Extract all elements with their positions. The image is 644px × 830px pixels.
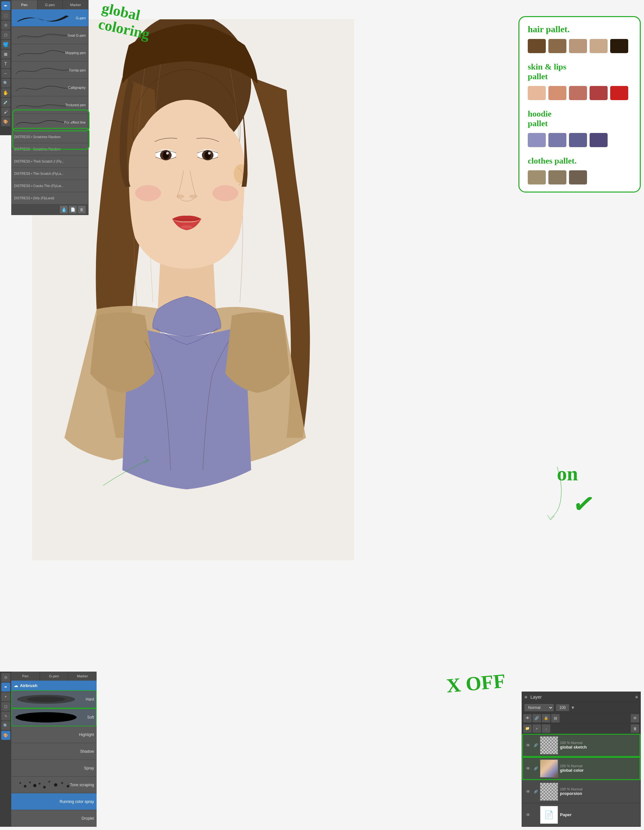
textured-stroke-preview: [14, 99, 72, 111]
layer-tool-new-folder[interactable]: 📁: [523, 724, 531, 733]
layer-info-proporsion: 100 % Normal proporsion: [560, 787, 638, 796]
hair-swatch-5: [610, 39, 628, 53]
pen-item-distress6-label: DISTRESS • Dirty (FlyLand): [14, 196, 54, 200]
airbrush-toolbar-icon-7[interactable]: 🎨: [1, 731, 10, 740]
layer-item-global-color[interactable]: 👁 🔗 100 % Normal global color: [522, 757, 641, 780]
svg-point-13: [176, 195, 184, 198]
airbrush-item-running-color-spray[interactable]: Running color spray: [11, 793, 97, 810]
airbrush-tab-gpen[interactable]: G-pen: [40, 672, 68, 681]
toolbar-icon-gradient[interactable]: ▦: [1, 49, 10, 59]
airbrush-category-header[interactable]: ☁ Airbrush: [11, 681, 97, 690]
layer-panel: ≡ Layer ≡ Normal ▾ 👁 🔗 🔒 ▤ ⚙ 📁 + ↓ 🗑 👁 🔗…: [522, 692, 641, 827]
pen-item-distress1[interactable]: DISTRESS • Scratches Random: [11, 131, 88, 143]
pen-item-realgpen[interactable]: Real G-pen: [11, 27, 88, 44]
layer-item-paper[interactable]: 👁 📄 Paper: [522, 803, 641, 827]
clothes-palette-swatches: [528, 170, 631, 184]
pen-item-distress5[interactable]: DISTRESS • Cracks Thin (FlyLar...: [11, 180, 88, 192]
toolbar-icon-brush[interactable]: 🖌: [1, 108, 10, 117]
airbrush-item-spray[interactable]: Spray: [11, 760, 97, 776]
svg-point-25: [39, 782, 41, 785]
toolbar-icon-text[interactable]: T: [1, 59, 10, 68]
layer-vis-global-sketch[interactable]: 👁: [525, 742, 531, 749]
toolbar-icon-transform[interactable]: ↔: [1, 69, 10, 78]
pen-item-mapping[interactable]: Mapping pen: [11, 44, 88, 62]
layer-opacity-input[interactable]: [556, 705, 569, 711]
pen-item-effectline-label: For effect line: [64, 120, 86, 124]
layer-tool-delete[interactable]: 🗑: [631, 724, 639, 733]
airbrush-panel: Pen G-pen Marker ☁ Airbrush Hard: [11, 672, 97, 827]
pen-item-turnip[interactable]: Turnip pen: [11, 62, 88, 79]
airbrush-tab-pen[interactable]: Pen: [11, 672, 40, 681]
layer-header-menu-icon[interactable]: ≡: [635, 694, 638, 700]
layer-vis-global-color[interactable]: 👁: [525, 765, 531, 772]
layer-vis-proporsion[interactable]: 👁: [525, 788, 531, 795]
clothes-swatch-2: [548, 170, 566, 184]
arrow-to-layer: [506, 460, 570, 525]
pen-item-effectline[interactable]: For effect line: [11, 114, 88, 131]
mapping-stroke-preview: [14, 47, 72, 59]
toolbar-icon-eraser[interactable]: ◻: [1, 30, 10, 39]
tab-gpen[interactable]: G-pen: [37, 0, 63, 10]
layer-vis-paper[interactable]: 👁: [525, 811, 531, 819]
airbrush-item-soft[interactable]: Soft: [11, 708, 97, 726]
layer-tool-mask[interactable]: ▤: [551, 714, 560, 722]
layer-tool-eye[interactable]: 👁: [523, 714, 531, 722]
pen-item-distress6[interactable]: DISTRESS • Dirty (FlyLand): [11, 192, 88, 204]
layer-item-global-sketch[interactable]: 👁 🔗 100 % Normal global sketch: [522, 734, 641, 757]
airbrush-item-droplet[interactable]: Droplet: [11, 810, 97, 827]
toolbar-icon-hand[interactable]: ✋: [1, 88, 10, 97]
layer-thumb-proporsion: [540, 782, 558, 801]
pen-item-realgpen-label: Real G-pen: [68, 33, 86, 37]
airbrush-toolbar-icon-6[interactable]: 🔍: [1, 721, 10, 730]
airbrush-toolbar-icon-2[interactable]: ✒: [1, 683, 10, 692]
airbrush-item-shadow-label: Shadow: [80, 749, 94, 754]
footer-btn-add[interactable]: 💧: [60, 206, 68, 214]
skin-swatch-5: [610, 86, 628, 100]
pen-item-distress4[interactable]: DISTRESS • Thin Scratch (FlyLa...: [11, 168, 88, 180]
layer-info-global-sketch: 100 % Normal global sketch: [560, 741, 638, 749]
layer-item-proporsion[interactable]: 👁 🔗 100 % Normal proporsion: [522, 780, 641, 803]
layer-tool-settings[interactable]: ⚙: [631, 714, 639, 722]
footer-btn-copy[interactable]: 📄: [69, 206, 77, 214]
airbrush-toolbar-icon-3[interactable]: +: [1, 692, 10, 701]
toolbar-icon-lasso[interactable]: ⊙: [1, 21, 10, 30]
layer-link-paper: [533, 813, 538, 817]
pen-item-gpen[interactable]: G-pen: [11, 10, 88, 27]
layer-tool-merge-down[interactable]: ↓: [542, 724, 550, 733]
toolbar-icon-color-bg[interactable]: 🎨: [1, 117, 10, 126]
airbrush-toolbar-icon-4[interactable]: ◻: [1, 702, 10, 711]
airbrush-tab-marker[interactable]: Marker: [68, 672, 97, 681]
layer-name-proporsion: proporsion: [560, 791, 638, 796]
pen-item-distress3[interactable]: DISTRESS • Thick Scratch 2 (Fly...: [11, 155, 88, 168]
hair-swatch-1: [528, 39, 546, 53]
pen-item-distress5-label: DISTRESS • Cracks Thin (FlyLar...: [14, 184, 64, 188]
layer-tool-link[interactable]: 🔗: [533, 714, 541, 722]
airbrush-item-highlight[interactable]: Highlight: [11, 726, 97, 743]
toolbar-icon-pen[interactable]: ✒: [1, 1, 10, 10]
tab-marker[interactable]: Marker: [63, 0, 88, 10]
footer-btn-delete[interactable]: 🗑: [78, 206, 86, 214]
airbrush-item-tone-scraping[interactable]: Tone scraping: [11, 776, 97, 793]
airbrush-toolbar-icon-1[interactable]: ⊙: [1, 673, 10, 682]
toolbar-icon-fill[interactable]: 🪣: [1, 40, 10, 49]
hoodie-palette-section: hoodie pallet: [528, 109, 631, 147]
pen-item-gpen-label: G-pen: [76, 16, 86, 20]
layer-blend-mode-dropdown[interactable]: Normal: [525, 704, 554, 711]
layer-opacity-arrow[interactable]: ▾: [571, 705, 574, 711]
pen-item-textured[interactable]: Textured pen: [11, 96, 88, 114]
airbrush-item-hard[interactable]: Hard: [11, 690, 97, 708]
toolbar-icon-magnify[interactable]: 🔍: [1, 79, 10, 87]
layer-tool-lock[interactable]: 🔒: [542, 714, 550, 722]
layer-mode-proporsion: 100 % Normal: [560, 787, 638, 791]
pen-item-distress2[interactable]: DISTRESS • Scratches Random: [11, 143, 88, 155]
tab-pen[interactable]: Pen: [11, 0, 37, 10]
hoodie-swatch-2: [548, 133, 566, 147]
airbrush-item-shadow[interactable]: Shadow: [11, 743, 97, 760]
layer-tool-new-layer[interactable]: +: [533, 724, 541, 733]
pen-item-calligraphy[interactable]: Calligraphy: [11, 79, 88, 96]
pen-item-distress3-label: DISTRESS • Thick Scratch 2 (Fly...: [14, 160, 64, 163]
toolbar-icon-select[interactable]: ⬚: [1, 11, 10, 20]
toolbar-icon-eyedrop[interactable]: 💉: [1, 98, 10, 107]
airbrush-toolbar-icon-5[interactable]: ✎: [1, 711, 10, 721]
airbrush-left-toolbar: ⊙ ✒ + ◻ ✎ 🔍 🎨: [0, 672, 11, 827]
